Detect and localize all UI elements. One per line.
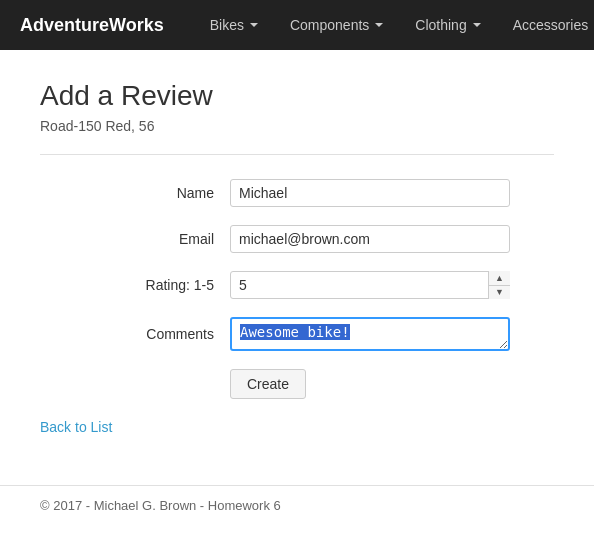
page-title: Add a Review <box>40 80 554 112</box>
email-input[interactable] <box>230 225 510 253</box>
name-row: Name <box>100 179 554 207</box>
comments-row: Comments <box>100 317 554 351</box>
comments-input[interactable] <box>230 317 510 351</box>
nav-item-components[interactable]: Components <box>274 3 399 47</box>
chevron-down-icon-clothing <box>473 23 481 27</box>
review-form: Name Email Rating: 1-5 ▲ ▼ Comments <box>40 179 554 419</box>
rating-row: Rating: 1-5 ▲ ▼ <box>100 271 554 299</box>
rating-spinner-wrap: ▲ ▼ <box>230 271 510 299</box>
nav-item-bikes[interactable]: Bikes <box>194 3 274 47</box>
page-subtitle: Road-150 Red, 56 <box>40 118 554 134</box>
navbar-brand[interactable]: AdventureWorks <box>20 15 164 36</box>
spinner-up-button[interactable]: ▲ <box>489 271 510 286</box>
divider <box>40 154 554 155</box>
footer-divider <box>0 485 594 486</box>
back-to-list-link[interactable]: Back to List <box>40 419 112 435</box>
nav-label-components: Components <box>290 17 369 33</box>
name-input[interactable] <box>230 179 510 207</box>
rating-input[interactable] <box>230 271 510 299</box>
nav-label-clothing: Clothing <box>415 17 466 33</box>
button-row: Create <box>230 369 306 399</box>
footer: © 2017 - Michael G. Brown - Homework 6 <box>0 498 594 529</box>
nav-label-bikes: Bikes <box>210 17 244 33</box>
name-label: Name <box>100 185 230 201</box>
nav-label-accessories: Accessories <box>513 17 588 33</box>
chevron-down-icon-components <box>375 23 383 27</box>
comments-label: Comments <box>100 326 230 342</box>
rating-label: Rating: 1-5 <box>100 277 230 293</box>
footer-text: © 2017 - Michael G. Brown - Homework 6 <box>40 498 281 513</box>
email-row: Email <box>100 225 554 253</box>
spinner-buttons: ▲ ▼ <box>488 271 510 299</box>
chevron-down-icon-bikes <box>250 23 258 27</box>
nav-item-accessories[interactable]: Accessories <box>497 3 594 47</box>
nav-items: Bikes Components Clothing Accessories <box>194 3 594 47</box>
navbar: AdventureWorks Bikes Components Clothing… <box>0 0 594 50</box>
nav-item-clothing[interactable]: Clothing <box>399 3 496 47</box>
spinner-down-button[interactable]: ▼ <box>489 286 510 300</box>
email-label: Email <box>100 231 230 247</box>
main-content: Add a Review Road-150 Red, 56 Name Email… <box>0 50 594 485</box>
create-button[interactable]: Create <box>230 369 306 399</box>
